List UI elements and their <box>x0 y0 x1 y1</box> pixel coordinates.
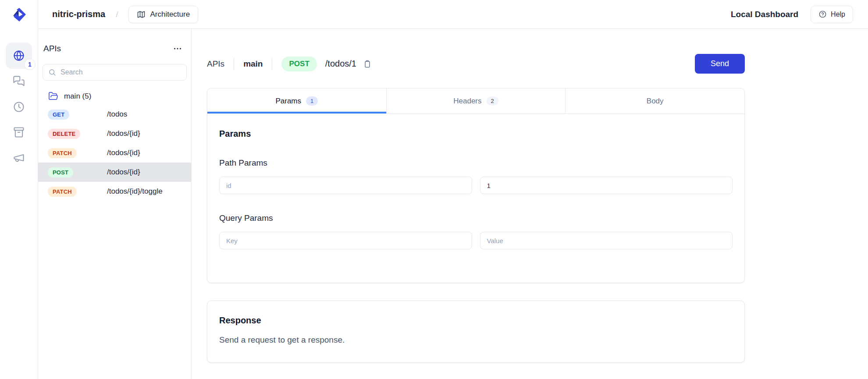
map-icon <box>137 10 146 19</box>
path-params-title: Path Params <box>219 158 733 168</box>
search-icon <box>48 68 56 76</box>
endpoint-path: /todos/{id} <box>107 168 140 177</box>
folder-open-icon <box>48 91 58 101</box>
tab-label: Params <box>275 97 301 106</box>
tab-count-badge: 1 <box>306 96 318 106</box>
rail-item-apis[interactable]: 1 <box>6 43 32 69</box>
icon-rail: 1 <box>0 0 38 379</box>
folder-main[interactable]: main (5) <box>38 91 191 101</box>
response-title: Response <box>219 315 733 326</box>
sidebar-title: APIs <box>43 44 61 53</box>
query-params-title: Query Params <box>219 213 733 223</box>
local-dashboard-label: Local Dashboard <box>731 10 798 19</box>
project-name: nitric-prisma <box>52 9 105 19</box>
method-badge: POST <box>48 167 73 177</box>
architecture-button-label: Architecture <box>150 10 190 19</box>
endpoint-row[interactable]: PATCH /todos/{id}/toggle <box>38 182 191 201</box>
tab-body[interactable]: Body <box>565 89 744 113</box>
endpoint-path: /todos <box>107 110 127 119</box>
breadcrumb-path: /todos/1 <box>325 59 356 69</box>
apis-sidebar: APIs <box>38 29 192 379</box>
request-tabs: Params 1 Headers 2 Body <box>207 89 744 114</box>
endpoint-path: /todos/{id} <box>107 149 140 157</box>
archive-icon <box>13 126 25 138</box>
rail-item-schedules[interactable] <box>6 97 32 117</box>
rail-item-websockets[interactable] <box>6 71 32 92</box>
response-card: Response Send a request to get a respons… <box>207 301 745 363</box>
query-param-row <box>219 232 733 249</box>
breadcrumb: APIs main POST /todos/1 Send <box>207 54 745 74</box>
query-param-key-input[interactable] <box>219 232 472 249</box>
globe-icon <box>13 50 25 62</box>
tab-headers[interactable]: Headers 2 <box>386 89 566 113</box>
response-empty-message: Send a request to get a response. <box>219 335 733 345</box>
megaphone-icon <box>13 152 25 164</box>
tab-label: Headers <box>453 97 481 106</box>
rail-item-topics[interactable] <box>6 148 32 168</box>
sidebar-more-button[interactable] <box>171 42 184 55</box>
tab-label: Body <box>647 97 664 106</box>
endpoint-row[interactable]: DELETE /todos/{id} <box>38 124 191 143</box>
method-badge: GET <box>48 110 69 120</box>
request-card: Params 1 Headers 2 Body Param <box>207 88 745 283</box>
method-badge: DELETE <box>48 129 80 139</box>
app-root: 1 nitric-prisma <box>0 0 868 379</box>
query-param-value-input[interactable] <box>480 232 733 249</box>
endpoint-row[interactable]: GET /todos <box>38 105 191 124</box>
tab-count-badge: 2 <box>487 96 498 106</box>
ellipsis-icon <box>173 44 182 53</box>
main-panel: APIs main POST /todos/1 Send <box>192 29 868 379</box>
api-count-badge: 1 <box>24 59 36 70</box>
breadcrumb-method-badge: POST <box>281 57 317 71</box>
chat-icon <box>13 75 25 88</box>
endpoint-row[interactable]: POST /todos/{id} <box>38 163 191 182</box>
help-button-label: Help <box>831 11 845 18</box>
search-input[interactable] <box>43 64 187 81</box>
breadcrumb-separator: / <box>116 10 118 19</box>
nitric-logo-icon <box>10 6 28 23</box>
folder-label: main (5) <box>64 92 91 101</box>
endpoint-path: /todos/{id} <box>107 129 140 138</box>
help-circle-icon <box>818 10 827 18</box>
path-param-key-input[interactable] <box>219 177 472 194</box>
endpoint-list: GET /todos DELETE /todos/{id} PATCH /tod… <box>38 105 191 201</box>
top-bar: nitric-prisma / Architecture Local Dashb… <box>38 0 868 29</box>
breadcrumb-folder[interactable]: main <box>243 59 263 69</box>
path-param-row <box>219 177 733 194</box>
clipboard-icon <box>363 60 372 68</box>
tab-params[interactable]: Params 1 <box>207 89 386 113</box>
path-param-value-input[interactable] <box>480 177 733 194</box>
send-button[interactable]: Send <box>695 54 745 74</box>
clock-icon <box>13 101 25 113</box>
help-button[interactable]: Help <box>811 6 853 23</box>
endpoint-path: /todos/{id}/toggle <box>107 187 163 196</box>
rail-item-storage[interactable] <box>6 122 32 142</box>
endpoint-row[interactable]: PATCH /todos/{id} <box>38 143 191 163</box>
architecture-button[interactable]: Architecture <box>128 6 198 23</box>
copy-path-button[interactable] <box>362 59 373 69</box>
method-badge: PATCH <box>48 148 77 158</box>
breadcrumb-divider <box>234 57 234 71</box>
params-section-title: Params <box>219 129 733 139</box>
breadcrumb-divider <box>272 57 272 71</box>
method-badge: PATCH <box>48 187 77 197</box>
breadcrumb-root[interactable]: APIs <box>207 59 224 69</box>
